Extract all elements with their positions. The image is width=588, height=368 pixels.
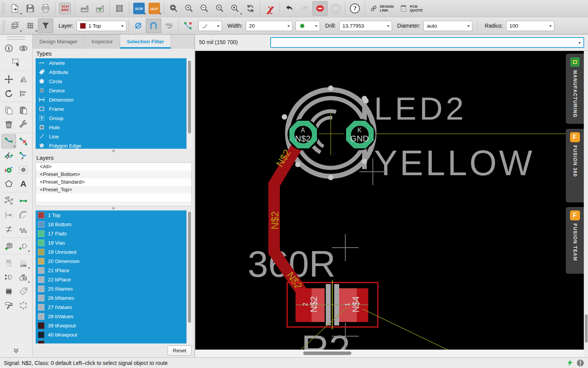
value-button[interactable]: R210k	[16, 256, 31, 270]
layer-row[interactable]: 17 Pads	[36, 229, 192, 238]
layer-row[interactable]: 39 tKeepout	[36, 321, 192, 330]
cam-processor-button[interactable]	[77, 1, 92, 16]
types-scrollbar[interactable]	[186, 58, 192, 149]
layer-row[interactable]: 27 tValues	[36, 302, 192, 312]
ripup-tool-button[interactable]	[16, 134, 31, 148]
layer-row[interactable]: 40 bKeepout	[36, 330, 192, 339]
layer-preset-row[interactable]: <All>	[36, 163, 191, 171]
layer-settings-button[interactable]	[7, 18, 23, 33]
canvas-horizontal-scrollbar[interactable]	[195, 350, 584, 357]
command-input[interactable]	[271, 38, 583, 47]
route-ignore-obstacles-button[interactable]	[131, 18, 146, 33]
route-diff-pair-button[interactable]	[2, 148, 16, 163]
info-button[interactable]: i	[2, 41, 16, 55]
layer-preset-row[interactable]: <Preset_Top>	[36, 186, 191, 194]
type-row[interactable]: Frame	[36, 104, 192, 113]
type-row[interactable]: Group	[36, 113, 192, 123]
side-tab-fusion-360[interactable]: FFUSION 360	[566, 129, 584, 202]
layer-preset-row[interactable]: <Preset_Bottom>	[36, 171, 191, 178]
canvas-vertical-scrollbar[interactable]	[584, 51, 588, 350]
eye-button[interactable]	[16, 41, 31, 55]
route-tool-button[interactable]	[2, 134, 16, 148]
type-row[interactable]: Hole	[36, 123, 192, 132]
side-tab-manufacturing[interactable]: MANUFACTURING	[566, 54, 584, 124]
delete-tool-button[interactable]	[2, 117, 16, 131]
width-select[interactable]: 20	[246, 21, 292, 31]
grid-button[interactable]	[23, 18, 38, 33]
command-combobox[interactable]	[270, 37, 584, 48]
stop-button[interactable]	[312, 1, 328, 16]
help-button[interactable]: ?	[347, 1, 363, 16]
add-part-button[interactable]	[2, 239, 16, 253]
layers-scrollbar[interactable]	[186, 210, 192, 343]
polygon-tool-button[interactable]	[2, 177, 16, 191]
panel-splitter[interactable]	[33, 206, 194, 210]
run-script-button[interactable]: SCR	[131, 1, 147, 16]
diameter-select[interactable]: auto	[423, 21, 472, 31]
layer-row[interactable]: 25 tNames	[36, 284, 192, 293]
save-button[interactable]	[23, 1, 38, 16]
zoom-tool-button[interactable]	[166, 1, 181, 16]
via-shape-select[interactable]	[296, 21, 320, 31]
ratsnest-button[interactable]	[2, 194, 16, 208]
select-tool-button[interactable]	[9, 55, 23, 69]
collapse-toolbar-button[interactable]	[9, 343, 23, 357]
zoom-out-button[interactable]	[197, 1, 212, 16]
library-manager-button[interactable]	[112, 1, 127, 16]
pcb-canvas[interactable]: LED2 YELLOW 360R R2	[195, 51, 584, 350]
type-row[interactable]: Dimension	[36, 95, 192, 104]
toolbar-grip[interactable]	[3, 20, 5, 31]
pcb-quote-button[interactable]: PCBQUOTE	[397, 1, 426, 16]
print-button[interactable]	[38, 1, 53, 16]
circle-tool-button[interactable]	[16, 163, 31, 177]
design-link-button[interactable]: DESIGNLINK	[367, 1, 397, 16]
layer-row[interactable]: 19 Unrouted	[36, 247, 192, 256]
scrollbar-thumb[interactable]	[585, 314, 588, 343]
meander-button[interactable]	[16, 222, 31, 236]
split-button[interactable]	[2, 222, 16, 236]
radius-select[interactable]: 100	[506, 21, 554, 31]
layer-select[interactable]: 1 Top	[77, 21, 126, 31]
pcb-drawing[interactable]: LED2 YELLOW 360R R2	[195, 51, 584, 350]
route-target-button[interactable]	[181, 18, 196, 33]
tab-design-manager[interactable]: Design Manager	[33, 34, 85, 49]
paint-roller-button[interactable]	[2, 298, 16, 312]
text-tool-button[interactable]: A	[16, 177, 31, 191]
route-signal-button[interactable]	[16, 148, 31, 163]
bend-style-select[interactable]	[198, 21, 222, 31]
reset-button[interactable]: Reset	[167, 345, 192, 356]
align-tool-button[interactable]	[16, 86, 31, 100]
redo-button[interactable]	[297, 1, 312, 16]
type-row[interactable]: Circle	[36, 77, 192, 86]
run-ulp-button[interactable]: ULP	[147, 1, 162, 16]
tab-selection-filter[interactable]: Selection Filter	[120, 34, 172, 49]
mirror-tool-button[interactable]	[16, 72, 31, 86]
rotate-tool-button[interactable]	[2, 86, 16, 100]
via-tool-button[interactable]	[2, 163, 16, 177]
gate-add-button[interactable]	[2, 270, 16, 284]
type-row[interactable]: Polygon Edge	[36, 141, 192, 149]
layer-row[interactable]: 28 bValues	[36, 312, 192, 321]
replace-button[interactable]	[16, 270, 31, 284]
layer-row[interactable]	[36, 339, 192, 343]
layer-row[interactable]: 1 Top	[36, 210, 192, 220]
copy-tool-button[interactable]	[2, 103, 16, 117]
layer-preset-row[interactable]: <Preset_Standard>	[36, 178, 191, 186]
route-hug-button[interactable]	[161, 18, 176, 33]
name-button[interactable]: R210k	[2, 256, 16, 270]
layer-row[interactable]: 16 Bottom	[36, 220, 192, 229]
layer-row[interactable]: 20 Dimension	[36, 256, 192, 266]
drill-select[interactable]: 13.77953	[339, 21, 392, 31]
zoom-select-button[interactable]	[227, 1, 243, 16]
sidebar-grip[interactable]	[7, 36, 25, 40]
smash-button[interactable]	[16, 298, 31, 312]
move-tool-button[interactable]	[2, 72, 16, 86]
dimension-button[interactable]	[2, 208, 16, 222]
type-row[interactable]: Attribute	[36, 67, 192, 77]
undo-button[interactable]	[282, 1, 297, 16]
schematic-board-toggle[interactable]: SCHBRD	[57, 1, 73, 16]
type-row[interactable]: Device	[36, 86, 192, 95]
package-button[interactable]	[2, 284, 16, 298]
add-gate-button[interactable]	[16, 239, 31, 253]
layer-row[interactable]: 18 Vias	[36, 238, 192, 247]
